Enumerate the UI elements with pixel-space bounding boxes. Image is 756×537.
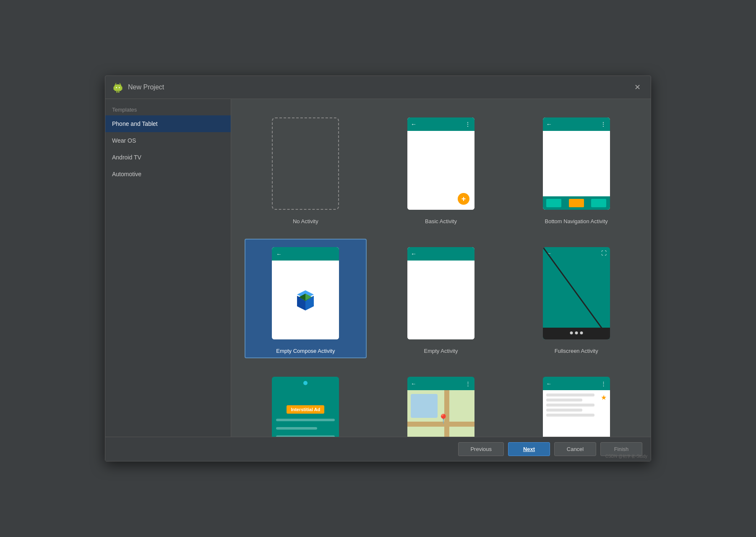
md-toolbar: ← ⋮ <box>543 377 610 390</box>
nav-item-1 <box>546 199 561 207</box>
ad-line-1 <box>276 419 335 421</box>
template-empty-activity[interactable]: ← Empty Activity <box>380 239 502 358</box>
ad-line-2 <box>276 427 317 430</box>
fullscreen-toolbar: ← ⛶ <box>543 247 610 259</box>
compose-toolbar: ← <box>272 247 339 261</box>
title-row: New Project <box>112 81 164 93</box>
md-back-icon: ← <box>546 381 552 387</box>
fab-icon: + <box>458 193 469 205</box>
svg-point-8 <box>116 87 117 89</box>
dialog-body: Templates Phone and Tablet Wear OS Andro… <box>105 99 651 437</box>
fullscreen-expand-icon: ⛶ <box>601 250 607 256</box>
sidebar-item-android-tv[interactable]: Android TV <box>105 149 231 166</box>
fullscreen-dots <box>570 331 583 334</box>
nav-item-2 <box>569 199 584 207</box>
template-fullscreen[interactable]: ← ⛶ <box>515 239 637 358</box>
template-master-detail[interactable]: ← ⋮ ★ <box>515 368 637 437</box>
bottom-nav-label: Bottom Navigation Activity <box>545 218 608 224</box>
ad-badge: Interstitial Ad <box>287 405 324 414</box>
compose-label: Empty Compose Activity <box>276 348 335 354</box>
previous-button[interactable]: Previous <box>458 442 504 456</box>
dot-1 <box>570 331 573 334</box>
master-detail-preview: ← ⋮ ★ <box>539 373 614 437</box>
md-line-2 <box>546 399 582 401</box>
svg-rect-2 <box>114 86 115 90</box>
back-arrow-icon: ← <box>411 121 417 128</box>
ad-phone: Interstitial Ad <box>272 377 339 437</box>
maps-dots-icon: ⋮ <box>465 381 471 387</box>
next-button[interactable]: Next <box>508 442 550 456</box>
no-activity-label: No Activity <box>293 218 318 224</box>
svg-rect-3 <box>121 86 123 90</box>
svg-rect-5 <box>118 91 120 93</box>
map-pin-icon: 📍 <box>438 414 449 425</box>
md-line-5 <box>546 414 594 417</box>
maps-back-icon: ← <box>411 381 416 387</box>
bottom-navigation-bar <box>543 196 610 210</box>
svg-rect-4 <box>117 91 118 93</box>
nav-item-3 <box>591 199 606 207</box>
dialog-header: New Project ✕ <box>105 76 651 99</box>
maps-phone: ← ⋮ 📍 <box>407 377 474 437</box>
md-body: ★ <box>543 390 610 437</box>
ad-line-3 <box>276 435 335 437</box>
maps-preview: ← ⋮ 📍 <box>403 373 479 437</box>
templates-content: No Activity ← ⋮ + <box>231 99 651 437</box>
template-interstitial-ad[interactable]: Interstitial Ad Interstitial Ad <box>245 368 367 437</box>
md-star-icon: ★ <box>601 394 607 401</box>
interstitial-ad-preview: Interstitial Ad <box>268 373 343 437</box>
cancel-button[interactable]: Cancel <box>554 442 596 456</box>
new-project-dialog: New Project ✕ Templates Phone and Tablet… <box>105 76 651 461</box>
sidebar-item-wear-os[interactable]: Wear OS <box>105 132 231 149</box>
templates-grid: No Activity ← ⋮ + <box>231 99 651 437</box>
fullscreen-phone: ← ⛶ <box>543 247 610 339</box>
close-button[interactable]: ✕ <box>631 81 644 94</box>
sidebar-item-automotive[interactable]: Automotive <box>105 166 231 182</box>
dialog-footer: Previous Next Cancel Finish <box>105 437 651 461</box>
md-line-4 <box>546 409 582 412</box>
compose-phone: ← <box>272 247 339 339</box>
back-arrow-icon: ← <box>546 121 552 128</box>
basic-body: + <box>407 131 474 210</box>
bottom-nav-body <box>543 131 610 196</box>
maps-body: 📍 <box>407 390 474 437</box>
fullscreen-diagonal-icon <box>543 247 610 339</box>
basic-activity-label: Basic Activity <box>425 218 457 224</box>
back-arrow-icon: ← <box>411 250 417 257</box>
bottom-nav-preview: ← ⋮ <box>539 113 614 214</box>
android-logo-icon <box>112 81 124 93</box>
template-bottom-nav[interactable]: ← ⋮ Bottom Navigation Activity <box>515 109 637 229</box>
compose-back-icon: ← <box>276 251 282 257</box>
compose-preview: ← <box>268 243 343 344</box>
fullscreen-preview: ← ⛶ <box>539 243 614 344</box>
fullscreen-back-icon: ← <box>546 250 552 256</box>
template-google-maps[interactable]: ← ⋮ 📍 Google Maps Ac <box>380 368 502 437</box>
compose-body <box>272 261 339 339</box>
template-basic-activity[interactable]: ← ⋮ + Basic Activity <box>380 109 502 229</box>
templates-section-label: Templates <box>105 102 231 115</box>
sidebar: Templates Phone and Tablet Wear OS Andro… <box>105 99 231 437</box>
compose-cube-icon <box>291 285 320 315</box>
menu-dots-icon: ⋮ <box>465 121 471 128</box>
empty-activity-phone: ← <box>407 247 474 339</box>
empty-activity-label: Empty Activity <box>424 348 458 354</box>
md-line-1 <box>546 394 594 396</box>
template-empty-compose[interactable]: ← <box>245 239 367 358</box>
svg-line-17 <box>543 247 610 339</box>
dot-3 <box>580 331 583 334</box>
no-activity-preview <box>268 113 343 214</box>
dialog-title: New Project <box>128 83 164 91</box>
empty-activity-preview: ← <box>403 243 479 344</box>
maps-toolbar: ← ⋮ <box>407 377 474 390</box>
template-no-activity[interactable]: No Activity <box>245 109 367 229</box>
sidebar-item-phone-tablet[interactable]: Phone and Tablet <box>105 115 231 132</box>
ad-dot-icon <box>303 381 308 385</box>
bottom-nav-toolbar: ← ⋮ <box>543 117 610 131</box>
basic-activity-phone: ← ⋮ + <box>407 117 474 210</box>
empty-toolbar: ← <box>407 247 474 261</box>
watermark: CSDN @初学者-Study <box>605 454 647 459</box>
basic-activity-preview: ← ⋮ + <box>403 113 479 214</box>
master-detail-phone: ← ⋮ ★ <box>543 377 610 437</box>
basic-toolbar: ← ⋮ <box>407 117 474 131</box>
md-line-3 <box>546 404 594 407</box>
